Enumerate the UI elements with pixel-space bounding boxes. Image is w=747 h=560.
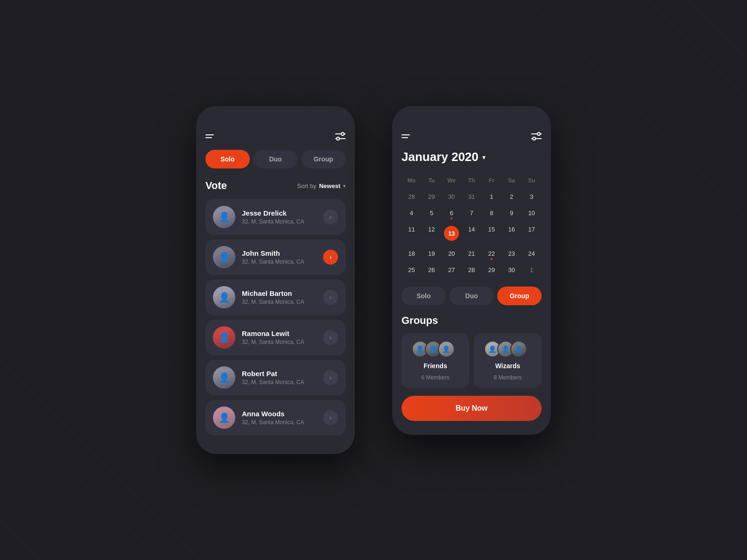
phone-notch-right xyxy=(444,106,500,117)
filter-icon[interactable] xyxy=(335,132,345,140)
cal-day[interactable]: 21 xyxy=(462,246,482,261)
member-name: Anna Woods xyxy=(242,410,317,418)
cal-day[interactable]: 12 xyxy=(422,222,442,245)
buy-now-button[interactable]: Buy Now xyxy=(402,396,542,421)
cal-day[interactable]: 20 xyxy=(442,246,462,261)
group-card-friends[interactable]: 👤 👤 👤 Friends 6 Members xyxy=(402,333,469,388)
avatar: 👤 xyxy=(213,246,235,268)
member-card[interactable]: 👤 John Smith 32, M, Santa Monica, CA › xyxy=(205,239,345,275)
filter-icon-right[interactable] xyxy=(531,132,542,140)
cal-week-4: 18 19 20 21 22 23 24 xyxy=(402,246,542,261)
cal-day[interactable]: 11 xyxy=(402,222,422,245)
member-name: Ramona Lewit xyxy=(242,329,317,337)
member-name: Michael Barton xyxy=(242,289,317,297)
member-info: Robert Pat 32, M, Santa Monica, CA xyxy=(242,370,317,385)
cal-day[interactable]: 24 xyxy=(521,246,542,261)
cal-day[interactable]: 27 xyxy=(442,263,462,277)
cal-day[interactable]: 5 xyxy=(422,206,442,220)
cal-day[interactable]: 30 xyxy=(442,189,462,204)
member-arrow[interactable]: › xyxy=(323,370,338,385)
tab-group-right[interactable]: Group xyxy=(497,287,542,305)
member-card[interactable]: 👤 Anna Woods 32, M, Santa Monica, CA › xyxy=(205,400,345,435)
group-card-wizards[interactable]: 👤 👤 👤 Wizards 8 Members xyxy=(474,333,542,388)
cal-day[interactable]: 25 xyxy=(402,263,422,277)
cal-day[interactable]: 16 xyxy=(501,222,521,245)
cal-day[interactable]: 14 xyxy=(462,222,482,245)
sort-by[interactable]: Sort by Newest ▾ xyxy=(297,182,345,189)
cal-day[interactable]: 2 xyxy=(501,189,521,204)
tab-duo-left[interactable]: Duo xyxy=(254,150,298,168)
cal-day[interactable]: 4 xyxy=(402,206,422,220)
month-chevron-icon[interactable]: ▾ xyxy=(482,154,486,161)
tab-solo-right[interactable]: Solo xyxy=(402,287,446,305)
member-details: 32, M, Santa Monica, CA xyxy=(242,259,317,265)
cal-day[interactable]: 10 xyxy=(521,206,542,220)
tab-duo-right[interactable]: Duo xyxy=(450,287,494,305)
calendar-header-row: Mo Tu We Th Fr Sa Su xyxy=(402,174,542,188)
cal-day[interactable]: 23 xyxy=(501,246,521,261)
member-card[interactable]: 👤 Ramona Lewit 32, M, Santa Monica, CA › xyxy=(205,320,345,355)
member-name: Robert Pat xyxy=(242,370,317,378)
member-arrow[interactable]: › xyxy=(323,410,338,425)
cal-day[interactable]: 19 xyxy=(422,246,442,261)
avatar: 👤 xyxy=(213,366,235,389)
cal-day[interactable]: 8 xyxy=(481,206,501,220)
cal-day-dot[interactable]: 6 xyxy=(442,206,462,220)
cal-day-dot[interactable]: 22 xyxy=(481,246,501,261)
svg-point-1 xyxy=(341,133,344,135)
member-info: Jesse Drelick 32, M, Santa Monica, CA xyxy=(242,209,317,225)
left-phone: Solo Duo Group Vote Sort by Newest ▾ 👤 xyxy=(196,106,355,454)
member-card[interactable]: 👤 Jesse Drelick 32, M, Santa Monica, CA … xyxy=(205,199,345,235)
group-avatar: 👤 xyxy=(438,341,455,357)
member-name: Jesse Drelick xyxy=(242,209,317,217)
group-avatar: 👤 xyxy=(510,341,527,357)
group-name-friends: Friends xyxy=(423,362,447,370)
sort-chevron-icon: ▾ xyxy=(343,183,345,189)
cal-day[interactable]: 29 xyxy=(422,189,442,204)
cal-day[interactable]: 30 xyxy=(501,263,521,277)
member-details: 32, M, Santa Monica, CA xyxy=(242,299,317,305)
cal-day[interactable]: 7 xyxy=(462,206,482,220)
member-arrow-highlight[interactable]: › xyxy=(323,250,338,265)
group-members-wizards: 8 Members xyxy=(493,374,521,381)
cal-header-tu: Tu xyxy=(422,174,442,188)
hamburger-icon-right[interactable] xyxy=(402,134,410,138)
member-card[interactable]: 👤 Robert Pat 32, M, Santa Monica, CA › xyxy=(205,360,345,395)
cal-week-1: 28 29 30 31 1 2 3 xyxy=(402,189,542,204)
cal-day[interactable]: 29 xyxy=(481,263,501,277)
cal-header-sa: Sa xyxy=(501,174,521,188)
group-members-friends: 6 Members xyxy=(421,374,449,381)
left-tabs: Solo Duo Group xyxy=(205,150,345,168)
tab-solo-left[interactable]: Solo xyxy=(205,150,250,168)
cal-week-2: 4 5 6 7 8 9 10 xyxy=(402,206,542,220)
month-header: January 2020 ▾ xyxy=(402,150,542,164)
cal-day[interactable]: 9 xyxy=(501,206,521,220)
cal-header-we: We xyxy=(442,174,462,188)
member-arrow[interactable]: › xyxy=(323,290,338,305)
member-arrow[interactable]: › xyxy=(323,210,338,224)
cal-header-fr: Fr xyxy=(481,174,501,188)
tab-group-left[interactable]: Group xyxy=(301,150,345,168)
cal-day[interactable]: 1 xyxy=(481,189,501,204)
cal-day[interactable]: 18 xyxy=(402,246,422,261)
cal-day[interactable]: 15 xyxy=(481,222,501,245)
member-card[interactable]: 👤 Michael Barton 32, M, Santa Monica, CA… xyxy=(205,280,345,315)
cal-day[interactable]: 31 xyxy=(462,189,482,204)
group-name-wizards: Wizards xyxy=(495,362,521,370)
cal-day[interactable]: 1 xyxy=(521,263,542,277)
member-arrow[interactable]: › xyxy=(323,330,338,345)
cal-day[interactable]: 3 xyxy=(521,189,542,204)
svg-point-3 xyxy=(337,137,339,140)
sort-label: Sort by xyxy=(297,182,316,189)
cal-day[interactable]: 28 xyxy=(462,263,482,277)
cal-day[interactable]: 28 xyxy=(402,189,422,204)
svg-point-5 xyxy=(537,133,540,135)
cal-day-today[interactable]: 13 xyxy=(442,222,462,245)
cal-day[interactable]: 17 xyxy=(521,222,542,245)
hamburger-icon[interactable] xyxy=(205,134,214,138)
cal-header-th: Th xyxy=(462,174,482,188)
cal-header-su: Su xyxy=(521,174,542,188)
cal-day[interactable]: 26 xyxy=(422,263,442,277)
avatar: 👤 xyxy=(213,406,235,429)
member-details: 32, M, Santa Monica, CA xyxy=(242,379,317,385)
